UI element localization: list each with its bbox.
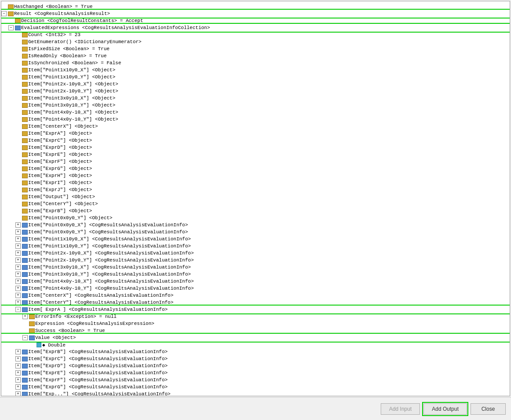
expand-button[interactable]: + xyxy=(15,251,21,256)
object-icon xyxy=(22,363,28,368)
tree-line[interactable]: +Item["centerX"] <CogResultsAnalysisEval… xyxy=(1,292,510,299)
tree-line[interactable]: Item["Point4x0y-10_Y"] <Object> xyxy=(1,116,510,123)
object-icon xyxy=(22,356,28,361)
tree-line[interactable]: −Result <CogResultsAnalysisResult> xyxy=(1,10,510,17)
tree-line[interactable]: −EvaluatedExpressions <CogResultsAnalysi… xyxy=(1,24,510,31)
tree-line[interactable]: +Item["Point3x0y10_Y"] <CogResultsAnalys… xyxy=(1,271,510,278)
expand-button[interactable]: + xyxy=(15,286,21,291)
expand-button[interactable]: + xyxy=(15,377,21,383)
tree-line[interactable]: Item["Point4x0y-10_X"] <Object> xyxy=(1,109,510,116)
add-input-button[interactable]: Add Input xyxy=(381,403,420,415)
tree-line[interactable]: Expression <CogResultsAnalysisExpression… xyxy=(1,320,510,327)
tree-line[interactable]: Success <Boolean> = True xyxy=(1,327,510,334)
expand-button[interactable]: + xyxy=(15,293,21,298)
tree-line[interactable]: Item["ExprG"] <Object> xyxy=(1,165,510,172)
tree-line[interactable]: +Item["Point1x10y0_X"] <CogResultsAnalys… xyxy=(1,236,510,243)
tree-line[interactable]: Decision <CogToolResultConstants> = Acce… xyxy=(1,17,510,24)
expand-button[interactable]: + xyxy=(15,258,21,263)
tree-line[interactable]: Item["ExprE"] <Object> xyxy=(1,151,510,158)
object-icon xyxy=(22,236,28,242)
tree-line[interactable]: +Item["Exp..."] <CogResultsAnalysisEvalu… xyxy=(1,391,510,396)
expand-button[interactable]: + xyxy=(15,363,21,368)
tree-line[interactable]: IsFixedSize <Boolean> = True xyxy=(1,45,510,52)
tree-line[interactable]: IsReadOnly <Boolean> = True xyxy=(1,52,510,59)
property-icon xyxy=(29,321,35,326)
tree-item-label: Item["Point1x10y0_X"] <CogResultsAnalysi… xyxy=(28,236,191,242)
tree-line[interactable]: +Item["Point1x10y0_Y"] <CogResultsAnalys… xyxy=(1,243,510,250)
expand-button[interactable]: + xyxy=(15,229,21,235)
tree-line[interactable]: IsSynchronized <Boolean> = False xyxy=(1,59,510,66)
tree-line[interactable]: Item["Point1x10y0_Y"] <Object> xyxy=(1,74,510,81)
tree-item-label: Item["Point4x0y-10_Y"] <Object> xyxy=(28,117,118,122)
tree-item-label: IsReadOnly <Boolean> = True xyxy=(28,53,107,59)
tree-line[interactable]: Item["ExprH"] <Object> xyxy=(1,172,510,179)
expand-button[interactable]: + xyxy=(15,222,21,228)
tree-line[interactable]: Item["ExprF"] <Object> xyxy=(1,158,510,165)
tree-line[interactable]: Item["ExprI"] <Object> xyxy=(1,179,510,186)
expand-button[interactable]: + xyxy=(15,384,21,390)
tree-line[interactable]: Item["Point2x-10y0_Y"] <Object> xyxy=(1,88,510,95)
tree-line[interactable]: Count <Int32> = 23 xyxy=(1,31,510,38)
expand-button[interactable]: + xyxy=(15,236,21,242)
close-button[interactable]: Close xyxy=(471,403,506,415)
tree-line[interactable]: Item["Point1x10y0_X"] <Object> xyxy=(1,66,510,74)
property-icon xyxy=(22,39,28,44)
tree-line[interactable]: +Item["Point2x-10y0_X"] <CogResultsAnaly… xyxy=(1,250,510,257)
tree-line[interactable]: +Item["ExprF"] <CogResultsAnalysisEvalua… xyxy=(1,376,510,383)
collapse-button[interactable]: − xyxy=(8,25,14,30)
tree-line[interactable]: +Item["ExprD"] <CogResultsAnalysisEvalua… xyxy=(1,362,510,369)
tree-line[interactable]: +Item["Point4x0y-10_X"] <CogResultsAnaly… xyxy=(1,278,510,285)
expand-button[interactable]: + xyxy=(22,314,28,319)
tree-item-label: Value <Object> xyxy=(35,335,76,340)
tree-line[interactable]: Item["Point3x0y10_Y"] <Object> xyxy=(1,102,510,109)
tree-line[interactable]: +Item["ExprE"] <CogResultsAnalysisEvalua… xyxy=(1,369,510,376)
tree-line[interactable]: Item["ExprB"] <Object> xyxy=(1,207,510,214)
expand-button[interactable]: + xyxy=(15,272,21,277)
tree-line[interactable]: GetEnumerator() <IDictionaryEnumerator> xyxy=(1,38,510,45)
collapse-button[interactable]: − xyxy=(22,335,28,340)
property-icon xyxy=(7,11,14,16)
expand-button[interactable]: + xyxy=(15,300,21,305)
object-icon xyxy=(22,279,28,284)
tree-item-label: Item["Point1x10y0_Y"] <Object> xyxy=(28,74,115,80)
tree-line[interactable]: +Item["Point3x0y10_X"] <CogResultsAnalys… xyxy=(1,264,510,271)
add-output-button[interactable]: Add Output xyxy=(423,403,467,415)
tree-line[interactable]: +Item["ExprG"] <CogResultsAnalysisEvalua… xyxy=(1,383,510,391)
tree-line[interactable]: Item["centerX"] <Object> xyxy=(1,123,510,130)
tree-line[interactable]: Item["ExprC"] <Object> xyxy=(1,137,510,144)
property-icon xyxy=(22,74,28,80)
property-icon xyxy=(22,201,28,206)
tree-line[interactable]: ◆ Double xyxy=(1,341,510,348)
tree-line[interactable]: −Value <Object> xyxy=(1,334,510,341)
tree-line[interactable]: +Item["ExprC"] <CogResultsAnalysisEvalua… xyxy=(1,355,510,362)
expand-button[interactable]: + xyxy=(15,243,21,249)
tree-line[interactable]: +Item["Point4x0y-10_Y"] <CogResultsAnaly… xyxy=(1,285,510,292)
tree-item-label: Expression <CogResultsAnalysisExpression… xyxy=(35,321,154,326)
tree-line[interactable]: Item["Point3x0y10_X"] <Object> xyxy=(1,95,510,102)
tree-line[interactable]: Item["ExprJ"] <Object> xyxy=(1,186,510,193)
tree-line[interactable]: +Item["Point2x-10y0_Y"] <CogResultsAnaly… xyxy=(1,257,510,264)
tree-line[interactable]: +ErrorInfo <Exception> = null xyxy=(1,313,510,320)
expand-button[interactable]: + xyxy=(15,279,21,284)
tree-line[interactable]: +Item["Point0x0y0_Y"] <CogResultsAnalysi… xyxy=(1,228,510,236)
tree-line[interactable]: Item["Output"] <Object> xyxy=(1,193,510,200)
tree-line[interactable]: Item["Point2x-10y0_X"] <Object> xyxy=(1,81,510,88)
tree-line[interactable]: Item["ExprA"] <Object> xyxy=(1,130,510,137)
tree-line[interactable]: Item["ExprD"] <Object> xyxy=(1,144,510,151)
tree-line[interactable]: Item["CenterY"] <Object> xyxy=(1,200,510,207)
tree-item-label: Item["Point1x10y0_X"] <Object> xyxy=(28,67,115,73)
expand-button[interactable]: + xyxy=(15,265,21,270)
tree-line[interactable]: +Item["CenterY"] <CogResultsAnalysisEval… xyxy=(1,299,510,306)
tree-line[interactable]: Item["Point0x0y0_Y"] <Object> xyxy=(1,214,510,221)
collapse-button[interactable]: − xyxy=(1,11,7,16)
tree-line[interactable]: +Item["Point0x0y0_X"] <CogResultsAnalysi… xyxy=(1,221,510,228)
expand-button[interactable]: + xyxy=(15,370,21,376)
expand-button[interactable]: + xyxy=(15,391,21,396)
tree-line[interactable]: +Item["ExprB"] <CogResultsAnalysisEvalua… xyxy=(1,348,510,355)
expand-button[interactable]: + xyxy=(15,349,21,354)
tree-line[interactable]: −Item[ ExprA ] <CogResultsAnalysisEvalua… xyxy=(1,306,510,313)
tree-container[interactable]: HasChanged <Boolean> = True−Result <CogR… xyxy=(1,1,510,396)
tree-line[interactable]: HasChanged <Boolean> = True xyxy=(1,3,510,10)
expand-button[interactable]: + xyxy=(15,356,21,361)
collapse-button[interactable]: − xyxy=(15,307,21,312)
